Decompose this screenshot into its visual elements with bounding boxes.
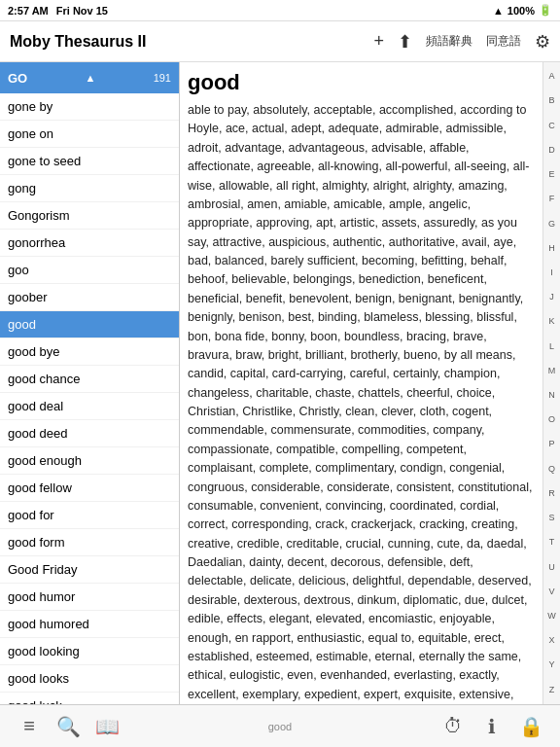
sidebar-item[interactable]: good for (0, 502, 179, 529)
battery-icon: 🔋 (539, 4, 552, 17)
entry-word: good (188, 70, 533, 95)
alpha-letter-q[interactable]: Q (548, 464, 555, 475)
synonym-button[interactable]: 同意語 (486, 33, 521, 50)
sidebar-list[interactable]: gone bygone ongone to seedgongGongorismg… (0, 93, 179, 704)
sidebar-item[interactable]: goo (0, 257, 179, 284)
header: Moby Thesaurus II + ⬆ 頻語辭典 同意語 ⚙ (0, 21, 560, 62)
current-word-label: good (126, 721, 434, 732)
status-time: 2:57 AM (8, 5, 49, 17)
alpha-letter-j[interactable]: J (549, 292, 554, 302)
alpha-letter-b[interactable]: B (548, 95, 554, 106)
sidebar-item[interactable]: gonorrhea (0, 230, 179, 257)
sidebar-item[interactable]: good chance (0, 366, 179, 393)
alpha-letter-z[interactable]: Z (549, 685, 555, 695)
alpha-letter-a[interactable]: A (548, 71, 554, 82)
sidebar-item[interactable]: good deal (0, 393, 179, 420)
sidebar-item[interactable]: good (0, 311, 179, 338)
sidebar-item[interactable]: gone by (0, 93, 179, 121)
sidebar-item[interactable]: good fellow (0, 475, 179, 502)
sidebar-item[interactable]: gone to seed (0, 148, 179, 175)
alpha-letter-e[interactable]: E (548, 169, 554, 180)
alpha-letter-v[interactable]: V (548, 587, 554, 597)
sidebar-count: 191 (154, 72, 171, 84)
sidebar-item[interactable]: gong (0, 175, 179, 202)
status-day: Fri Nov 15 (56, 5, 108, 17)
alpha-letter-t[interactable]: T (549, 537, 555, 548)
alpha-letter-d[interactable]: D (548, 145, 555, 156)
lock-button[interactable]: 🔒 (511, 709, 550, 744)
sidebar-item[interactable]: good looking (0, 638, 179, 665)
alpha-letter-x[interactable]: X (548, 635, 554, 646)
alpha-letter-u[interactable]: U (548, 562, 555, 573)
search-button[interactable]: 🔍 (49, 709, 88, 744)
alpha-letter-o[interactable]: O (548, 414, 555, 425)
alpha-letter-s[interactable]: S (548, 513, 554, 523)
status-right: ▲ 100% 🔋 (493, 4, 552, 17)
sidebar-item[interactable]: Gongorism (0, 202, 179, 230)
bottom-toolbar: ≡ 🔍 📖 good ⏱ ℹ 🔒 (0, 704, 560, 747)
sidebar-item[interactable]: gone on (0, 121, 179, 148)
header-icons: + ⬆ 頻語辭典 同意語 ⚙ (373, 31, 550, 53)
menu-button[interactable]: ≡ (10, 709, 49, 744)
library-button[interactable]: 📖 (88, 709, 126, 744)
sidebar-arrow: ▲ (85, 72, 95, 84)
frequency-dict-button[interactable]: 頻語辭典 (426, 33, 472, 50)
settings-button[interactable]: ⚙ (535, 31, 550, 53)
status-left: 2:57 AM Fri Nov 15 (8, 5, 108, 17)
sidebar-item[interactable]: good deed (0, 420, 179, 447)
info-button[interactable]: ℹ (472, 709, 511, 744)
alpha-letter-n[interactable]: N (548, 390, 555, 401)
alpha-letter-i[interactable]: I (550, 267, 553, 278)
alpha-letter-y[interactable]: Y (548, 659, 554, 670)
battery-status: 100% (508, 5, 535, 17)
share-button[interactable]: ⬆ (398, 31, 412, 53)
alpha-letter-m[interactable]: M (548, 366, 556, 376)
sidebar-item[interactable]: good humored (0, 611, 179, 638)
sidebar-go-label: GO (8, 71, 27, 86)
alpha-letter-w[interactable]: W (547, 611, 556, 622)
sidebar-item[interactable]: good enough (0, 447, 179, 475)
sidebar-item[interactable]: good form (0, 529, 179, 556)
alphabet-index[interactable]: ABCDEFGHIJKLMNOPQRSTUVWXYZ (542, 62, 560, 704)
main-layout: GO ▲ 191 gone bygone ongone to seedgongG… (0, 62, 560, 704)
sidebar-item[interactable]: goober (0, 284, 179, 311)
sidebar: GO ▲ 191 gone bygone ongone to seedgongG… (0, 62, 180, 704)
content-area[interactable]: good able to pay, absolutely, acceptable… (180, 62, 542, 704)
status-bar: 2:57 AM Fri Nov 15 ▲ 100% 🔋 (0, 0, 560, 21)
sidebar-item[interactable]: Good Friday (0, 556, 179, 584)
alpha-letter-h[interactable]: H (548, 243, 555, 254)
alpha-letter-c[interactable]: C (548, 121, 555, 131)
alpha-letter-g[interactable]: G (548, 219, 555, 230)
sidebar-header: GO ▲ 191 (0, 62, 179, 93)
wifi-icon: ▲ (493, 5, 504, 17)
entry-text: able to pay, absolutely, acceptable, acc… (188, 101, 533, 704)
alpha-letter-p[interactable]: P (548, 439, 554, 449)
sidebar-item[interactable]: good humor (0, 584, 179, 611)
alpha-letter-r[interactable]: R (548, 488, 555, 499)
add-button[interactable]: + (373, 31, 384, 52)
alpha-letter-k[interactable]: K (548, 316, 554, 327)
sidebar-item[interactable]: good bye (0, 338, 179, 366)
sidebar-item[interactable]: good luck (0, 693, 179, 704)
app-title: Moby Thesaurus II (10, 33, 146, 51)
sidebar-item[interactable]: good looks (0, 665, 179, 693)
history-button[interactable]: ⏱ (434, 709, 472, 744)
alpha-letter-l[interactable]: L (549, 341, 554, 352)
alpha-letter-f[interactable]: F (549, 194, 555, 204)
